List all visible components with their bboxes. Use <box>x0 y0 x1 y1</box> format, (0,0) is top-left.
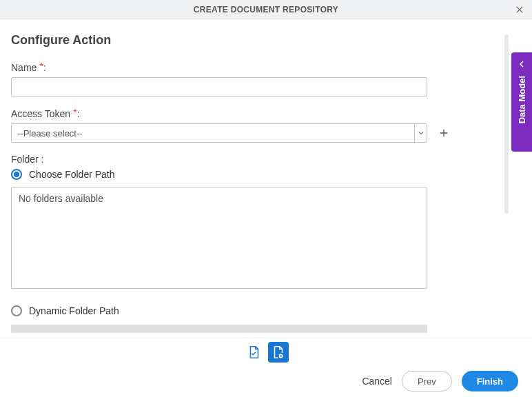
folder-list-box[interactable]: No folders available <box>11 187 427 289</box>
finish-button[interactable]: Finish <box>462 371 518 391</box>
access-token-label-text: Access Token <box>11 108 70 119</box>
close-icon <box>515 5 524 14</box>
plus-icon <box>438 128 449 139</box>
data-model-label: Data Model <box>517 76 527 123</box>
dynamic-folder-label: Dynamic Folder Path <box>29 305 119 316</box>
folder-empty-text: No folders available <box>19 193 103 204</box>
access-token-row: --Please select-- <box>11 123 521 143</box>
required-asterisk: * <box>73 106 77 118</box>
access-token-colon: : <box>77 108 80 119</box>
name-input[interactable] <box>11 77 427 96</box>
close-button[interactable] <box>513 3 526 17</box>
access-token-field: Access Token *: --Please select-- <box>11 108 521 143</box>
document-check-icon <box>246 345 261 360</box>
document-view-button[interactable] <box>243 342 264 363</box>
dialog-content: Configure Action Name *: Access Token *:… <box>0 19 532 338</box>
choose-folder-label: Choose Folder Path <box>29 169 115 180</box>
document-settings-button[interactable] <box>268 342 289 363</box>
dialog-header: CREATE DOCUMENT REPOSITORY <box>0 0 532 19</box>
dynamic-folder-radio[interactable] <box>11 305 22 316</box>
folder-field: Folder : Choose Folder Path No folders a… <box>11 154 521 333</box>
required-asterisk: * <box>39 60 43 72</box>
scrollbar[interactable] <box>504 34 509 214</box>
toolbar-row <box>0 338 532 365</box>
add-access-token-button[interactable] <box>437 126 451 140</box>
chevron-left-icon-wrap <box>518 58 525 70</box>
prev-button[interactable]: Prev <box>402 371 452 391</box>
folder-label: Folder : <box>11 154 521 165</box>
name-field: Name *: <box>11 61 521 96</box>
dropdown-arrow <box>414 124 427 142</box>
choose-folder-radio-row[interactable]: Choose Folder Path <box>11 169 521 180</box>
dialog-footer: Cancel Prev Finish <box>0 365 532 397</box>
name-colon: : <box>43 62 46 73</box>
cancel-button[interactable]: Cancel <box>362 376 392 387</box>
data-model-panel-toggle[interactable]: Data Model <box>511 52 532 152</box>
name-label-text: Name <box>11 62 37 73</box>
chevron-down-icon <box>418 130 424 136</box>
access-token-label: Access Token *: <box>11 108 521 119</box>
access-token-placeholder: --Please select-- <box>12 128 414 139</box>
section-title: Configure Action <box>11 33 521 48</box>
dynamic-folder-radio-row[interactable]: Dynamic Folder Path <box>11 305 521 316</box>
name-label: Name *: <box>11 61 521 73</box>
collapsed-bar <box>11 325 427 333</box>
access-token-select[interactable]: --Please select-- <box>11 123 427 143</box>
dialog-title: CREATE DOCUMENT REPOSITORY <box>194 5 338 14</box>
document-gear-icon <box>271 345 286 360</box>
chevron-left-icon <box>518 61 525 68</box>
choose-folder-radio[interactable] <box>11 169 22 180</box>
